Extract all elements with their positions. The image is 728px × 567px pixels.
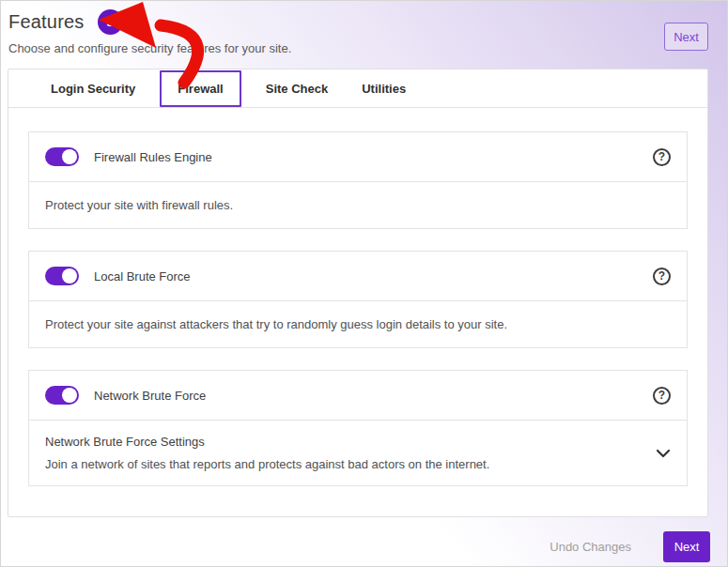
- toggle-knob: [62, 268, 77, 284]
- local-brute-force-toggle[interactable]: [45, 267, 79, 285]
- next-button-bottom[interactable]: Next: [663, 531, 710, 562]
- network-brute-force-toggle[interactable]: [45, 386, 79, 405]
- feature-description-row: Protect your site with firewall rules.: [29, 182, 687, 228]
- help-icon[interactable]: ?: [653, 387, 671, 405]
- feature-description: Protect your site against attackers that…: [45, 317, 671, 331]
- tab-site-check[interactable]: Site Check: [256, 82, 337, 96]
- feature-card-local-brute-force: Local Brute Force ? Protect your site ag…: [28, 251, 688, 348]
- help-icon[interactable]: ?: [653, 268, 671, 285]
- feature-card-network-brute-force: Network Brute Force ? Network Brute Forc…: [28, 370, 688, 486]
- toggle-row: Firewall Rules Engine ?: [29, 132, 687, 182]
- feature-card-firewall-rules-engine: Firewall Rules Engine ? Protect your sit…: [28, 131, 688, 229]
- feature-description: Protect your site with firewall rules.: [45, 198, 671, 212]
- undo-changes-button[interactable]: Undo Changes: [550, 540, 631, 554]
- feature-label: Network Brute Force: [94, 389, 638, 403]
- page-header: Features 3 Choose and configure security…: [1, 1, 727, 69]
- features-panel: Login Security Firewall Site Check Utili…: [8, 69, 708, 517]
- title-row: Features 3: [8, 9, 727, 35]
- toggle-row: Local Brute Force ?: [29, 252, 687, 301]
- feature-cards: Firewall Rules Engine ? Protect your sit…: [8, 108, 707, 486]
- chevron-down-icon[interactable]: [656, 449, 671, 458]
- feature-description-row: Protect your site against attackers that…: [29, 301, 687, 347]
- toggle-knob: [62, 388, 77, 403]
- toggle-row: Network Brute Force ?: [29, 371, 687, 421]
- features-count-badge: 3: [98, 9, 123, 35]
- settings-title: Network Brute Force Settings: [45, 435, 489, 449]
- tab-firewall[interactable]: Firewall: [160, 70, 240, 107]
- tab-login-security[interactable]: Login Security: [41, 82, 145, 96]
- help-icon[interactable]: ?: [653, 148, 671, 166]
- page-title: Features: [8, 11, 85, 33]
- network-brute-force-settings-row[interactable]: Network Brute Force Settings Join a netw…: [29, 421, 687, 485]
- settings-description: Join a network of sites that reports and…: [45, 457, 489, 471]
- page-subtitle: Choose and configure security features f…: [8, 41, 727, 55]
- toggle-knob: [62, 149, 77, 164]
- tab-utilities[interactable]: Utilities: [352, 82, 415, 96]
- feature-label: Local Brute Force: [94, 269, 638, 284]
- settings-text: Network Brute Force Settings Join a netw…: [45, 435, 489, 471]
- firewall-rules-engine-toggle[interactable]: [45, 147, 79, 166]
- next-button-top[interactable]: Next: [664, 23, 708, 51]
- feature-label: Firewall Rules Engine: [94, 150, 638, 164]
- tab-bar: Login Security Firewall Site Check Utili…: [8, 69, 707, 108]
- footer-bar: Undo Changes Next: [1, 531, 710, 562]
